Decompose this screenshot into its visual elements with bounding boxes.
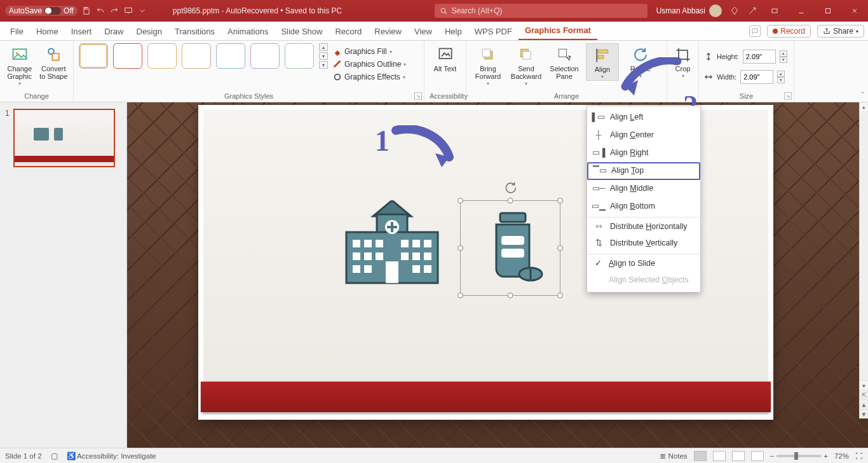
tab-insert[interactable]: Insert bbox=[65, 23, 98, 40]
convert-to-shape-button[interactable]: Convert to Shape bbox=[39, 43, 69, 80]
vertical-scrollbar[interactable]: ▴ ▾ ⇱ ▲ ▼ bbox=[859, 102, 868, 418]
resize-handle[interactable] bbox=[557, 293, 563, 298]
fit-width-icon[interactable]: ⇱ bbox=[860, 390, 868, 399]
comments-button[interactable] bbox=[749, 25, 761, 37]
resize-handle[interactable] bbox=[557, 198, 563, 204]
search-input[interactable]: Search (Alt+Q) bbox=[435, 4, 648, 18]
style-swatch[interactable] bbox=[216, 43, 245, 69]
redo-icon[interactable] bbox=[109, 6, 119, 16]
tab-record[interactable]: Record bbox=[329, 23, 368, 40]
crop-button[interactable]: Crop▾ bbox=[672, 43, 693, 79]
rotate-button[interactable]: Rotate▾ bbox=[624, 43, 657, 79]
send-backward-button[interactable]: Send Backward▾ bbox=[510, 43, 543, 87]
present-from-beginning-icon[interactable] bbox=[123, 6, 133, 16]
scroll-up-icon[interactable]: ▴ bbox=[860, 102, 868, 111]
align-center-item[interactable]: ┼Align Center bbox=[587, 127, 700, 144]
rotate-handle-icon[interactable] bbox=[504, 181, 517, 196]
align-top-item[interactable]: ▔▭Align Top bbox=[587, 162, 700, 180]
align-middle-item[interactable]: ▭─Align Middle bbox=[587, 180, 700, 198]
resize-handle[interactable] bbox=[508, 198, 513, 204]
collapse-ribbon-icon[interactable]: ˄ bbox=[861, 91, 864, 98]
change-graphic-button[interactable]: Change Graphic▾ bbox=[5, 43, 34, 87]
width-stepper[interactable]: ▴▾ bbox=[777, 71, 785, 83]
hospital-graphic[interactable] bbox=[341, 200, 443, 286]
tab-transitions[interactable]: Transitions bbox=[168, 23, 221, 40]
width-input[interactable] bbox=[740, 70, 773, 84]
save-icon[interactable] bbox=[81, 6, 92, 16]
notes-button[interactable]: ≣ Notes bbox=[660, 452, 687, 460]
undo-icon[interactable] bbox=[95, 6, 105, 16]
style-swatch[interactable] bbox=[285, 43, 314, 69]
tab-graphics-format[interactable]: Graphics Format bbox=[519, 22, 597, 40]
record-button[interactable]: Record bbox=[767, 25, 811, 38]
graphics-styles-gallery[interactable]: ▴▾▾ bbox=[79, 43, 328, 69]
account-button[interactable]: Usman Abbasi bbox=[656, 4, 722, 17]
dialog-launcher-icon[interactable]: ↘ bbox=[784, 92, 792, 100]
tab-draw[interactable]: Draw bbox=[98, 23, 130, 40]
reading-view-button[interactable] bbox=[732, 451, 745, 461]
accessibility-status[interactable]: ♿ Accessibility: Investigate bbox=[67, 452, 156, 460]
tab-file[interactable]: File bbox=[4, 23, 30, 40]
align-to-slide-item[interactable]: ✓Align to Slide bbox=[587, 254, 700, 272]
scroll-down-icon[interactable]: ▾ bbox=[860, 380, 868, 390]
tab-home[interactable]: Home bbox=[30, 23, 65, 40]
gallery-scroll[interactable]: ▴▾▾ bbox=[319, 43, 328, 69]
normal-view-button[interactable] bbox=[694, 451, 707, 461]
slide-indicator[interactable]: Slide 1 of 2 bbox=[5, 452, 42, 460]
alt-text-button[interactable]: Alt Text bbox=[430, 43, 461, 73]
wand-icon[interactable] bbox=[747, 6, 757, 16]
resize-handle[interactable] bbox=[458, 293, 463, 298]
selection-box[interactable] bbox=[460, 200, 560, 296]
resize-handle[interactable] bbox=[557, 245, 563, 251]
svg-rect-0 bbox=[85, 8, 88, 10]
distribute-vertically-item[interactable]: ⇅Distribute Vertically bbox=[587, 235, 700, 252]
align-button[interactable]: Align▾ ▌▭Align Left ┼Align Center ▭▐Alig… bbox=[586, 43, 619, 81]
align-left-item[interactable]: ▌▭Align Left bbox=[587, 109, 700, 127]
spellcheck-icon[interactable]: ▢ bbox=[51, 452, 58, 460]
zoom-out-icon[interactable]: − bbox=[770, 452, 775, 460]
graphics-fill-button[interactable]: Graphics Fill▾ bbox=[333, 47, 406, 56]
style-swatch[interactable] bbox=[79, 43, 108, 69]
tab-review[interactable]: Review bbox=[368, 23, 408, 40]
tab-view[interactable]: View bbox=[408, 23, 438, 40]
tab-slideshow[interactable]: Slide Show bbox=[275, 23, 329, 40]
align-right-item[interactable]: ▭▐Align Right bbox=[587, 144, 700, 162]
tab-animations[interactable]: Animations bbox=[221, 23, 275, 40]
slide-sorter-view-button[interactable] bbox=[713, 451, 726, 461]
selection-pane-button[interactable]: Selection Pane bbox=[548, 43, 581, 80]
close-icon[interactable] bbox=[845, 1, 864, 20]
height-stepper[interactable]: ▴▾ bbox=[780, 50, 787, 63]
share-button[interactable]: Share▾ bbox=[817, 25, 864, 38]
resize-handle[interactable] bbox=[458, 245, 463, 251]
slideshow-view-button[interactable] bbox=[751, 451, 764, 461]
height-input[interactable] bbox=[743, 50, 776, 64]
tab-wps-pdf[interactable]: WPS PDF bbox=[468, 23, 519, 40]
resize-handle[interactable] bbox=[458, 198, 463, 204]
diamond-icon[interactable] bbox=[729, 6, 740, 16]
next-slide-icon[interactable]: ▼ bbox=[860, 409, 868, 418]
autosave-toggle[interactable]: AutoSave Off bbox=[5, 6, 78, 16]
style-swatch[interactable] bbox=[147, 43, 177, 69]
zoom-level[interactable]: 72% bbox=[834, 452, 849, 460]
graphics-effects-button[interactable]: Graphics Effects▾ bbox=[333, 73, 406, 81]
tab-help[interactable]: Help bbox=[438, 23, 468, 40]
distribute-horizontally-item[interactable]: ⇿Distribute Horizontally bbox=[587, 217, 700, 235]
zoom-slider[interactable]: − + bbox=[770, 452, 828, 460]
style-swatch[interactable] bbox=[182, 43, 211, 69]
qat-customize-icon[interactable] bbox=[137, 6, 147, 16]
tab-design[interactable]: Design bbox=[130, 23, 168, 40]
slide-thumbnail-1[interactable] bbox=[13, 109, 115, 167]
align-bottom-item[interactable]: ▭▁Align Bottom bbox=[587, 198, 700, 216]
maximize-icon[interactable] bbox=[818, 1, 837, 20]
bring-forward-button[interactable]: Bring Forward▾ bbox=[471, 43, 505, 87]
prev-slide-icon[interactable]: ▲ bbox=[860, 399, 868, 409]
fit-to-window-icon[interactable]: ⛶ bbox=[855, 452, 863, 460]
resize-handle[interactable] bbox=[508, 293, 513, 298]
dialog-launcher-icon[interactable]: ↘ bbox=[414, 92, 422, 100]
style-swatch[interactable] bbox=[250, 43, 280, 69]
minimize-icon[interactable] bbox=[792, 1, 811, 20]
zoom-in-icon[interactable]: + bbox=[824, 452, 828, 460]
graphics-outline-button[interactable]: Graphics Outline▾ bbox=[333, 60, 406, 69]
style-swatch[interactable] bbox=[113, 43, 142, 69]
ribbon-display-icon[interactable] bbox=[765, 1, 784, 20]
